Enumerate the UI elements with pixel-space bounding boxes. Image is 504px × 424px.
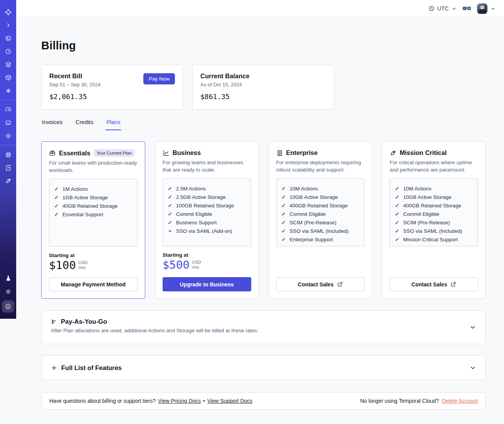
- svg-text:$: $: [7, 305, 9, 308]
- upgrade-business-button[interactable]: Upgrade to Business: [163, 277, 251, 291]
- recent-bill-card: Recent Bill Sep 01 – Sep 30, 2024 $2,061…: [41, 65, 183, 110]
- chevron-down-icon: [452, 6, 457, 11]
- plan-price: $500: [163, 259, 190, 271]
- tab-invoices[interactable]: Invoices: [41, 119, 63, 130]
- payg-title: Pay-As-You-Go: [61, 318, 107, 325]
- check-icon: ✓: [54, 202, 59, 210]
- layers-icon[interactable]: [3, 59, 13, 69]
- check-icon: ✓: [281, 185, 286, 193]
- check-icon: ✓: [54, 185, 59, 193]
- chevron-right-icon[interactable]: [3, 20, 13, 30]
- asterisk-icon[interactable]: [3, 86, 13, 96]
- plan-feature: ✓2.5GB Active Storage: [168, 193, 246, 202]
- plan-name: Enterprise: [286, 149, 318, 156]
- timezone-selector[interactable]: UTC: [428, 5, 457, 12]
- sidebar-divider: [0, 145, 16, 145]
- check-icon: ✓: [168, 185, 173, 193]
- current-balance-amount: $861.35: [200, 93, 326, 101]
- billing-coin-icon[interactable]: $: [2, 300, 14, 313]
- avatar: [477, 3, 487, 14]
- plan-feature: ✓SCIM (Pre-Release): [281, 219, 360, 227]
- check-icon: ✓: [395, 227, 400, 236]
- sidebar: $: [0, 0, 16, 319]
- plan-feature: ✓1GB Active Storage: [54, 193, 133, 202]
- payg-accordion[interactable]: Pay-As-You-Go After Plan allocations are…: [41, 310, 486, 344]
- check-icon: ✓: [281, 210, 286, 219]
- chevron-down-icon[interactable]: [469, 324, 476, 331]
- billing-tabs: Invoices Credits Plans: [41, 119, 486, 130]
- plan-feature: ✓100GB Retained Storage: [168, 202, 246, 210]
- footer-note: Have questions about billing or support …: [41, 392, 486, 410]
- plan-card-essentials: Essentials Your Current Plan For small t…: [41, 141, 145, 299]
- external-link-icon: [337, 281, 343, 287]
- support-docs-link[interactable]: View Support Docs: [207, 398, 252, 404]
- plan-feature: ✓1M Actions: [54, 185, 133, 193]
- plan-feature-box: ✓1M Actions ✓1GB Active Storage ✓40GB Re…: [49, 179, 138, 247]
- plan-feature: ✓Commit Eligible: [395, 210, 473, 219]
- rocket-icon[interactable]: [3, 176, 13, 186]
- plan-description: For growing teams and businesses that ar…: [163, 159, 251, 174]
- current-plan-badge: Your Current Plan: [94, 149, 135, 157]
- full-features-accordion[interactable]: Full List of Features: [41, 355, 486, 380]
- check-icon: ✓: [54, 193, 59, 202]
- contact-sales-button[interactable]: Contact Sales: [276, 277, 365, 291]
- theme-sun-icon[interactable]: [3, 286, 13, 296]
- page-title: Billing: [41, 39, 486, 52]
- check-icon: ✓: [395, 193, 400, 202]
- settings-gear-icon[interactable]: [3, 131, 13, 141]
- plan-description: For small teams with production-ready wo…: [49, 159, 138, 174]
- tab-plans[interactable]: Plans: [106, 119, 121, 130]
- price-per: /mo: [192, 265, 201, 270]
- plus-icon: [51, 365, 57, 371]
- docs-book-icon[interactable]: [3, 163, 13, 173]
- user-menu[interactable]: [477, 3, 496, 14]
- plan-feature: ✓400GB Retained Storage: [395, 202, 473, 210]
- check-icon: ✓: [54, 210, 59, 219]
- check-icon: ✓: [168, 202, 173, 210]
- plan-feature: ✓2.5M Actions: [168, 185, 246, 193]
- temporal-logo[interactable]: [3, 7, 13, 17]
- tab-credits[interactable]: Credits: [75, 119, 94, 130]
- dev-glasses-icon[interactable]: [463, 6, 471, 11]
- billing-card-icon[interactable]: [3, 118, 13, 128]
- namespaces-icon[interactable]: [3, 33, 13, 43]
- chevron-down-icon[interactable]: [469, 364, 476, 371]
- bullet-separator: •: [203, 398, 205, 404]
- delete-account-link[interactable]: Delete Account: [442, 398, 478, 404]
- plan-price: $100: [49, 259, 76, 271]
- main-content: Billing Recent Bill Sep 01 – Sep 30, 202…: [16, 17, 504, 424]
- pricing-docs-link[interactable]: View Pricing Docs: [158, 398, 201, 404]
- plan-feature: +SSO via SAML (Add-on): [168, 227, 246, 236]
- plus-icon: +: [168, 227, 173, 236]
- plan-feature: ✓SCIM (Pre-Release): [395, 219, 473, 227]
- briefcase-icon: [49, 150, 56, 156]
- plan-feature: ✓Enterprise Support: [281, 236, 360, 244]
- timezone-label: UTC: [437, 5, 449, 12]
- building-icon: [276, 150, 283, 156]
- rocket-icon: [390, 150, 396, 156]
- manage-payment-button[interactable]: Manage Payment Method: [49, 277, 138, 291]
- current-balance-asof: As of Oct 15, 2024: [200, 82, 326, 87]
- plan-name: Mission Critical: [400, 149, 447, 156]
- schedules-clock-icon[interactable]: [3, 46, 13, 56]
- plan-card-enterprise: Enterprise For enterprise deployments re…: [269, 141, 373, 299]
- plan-feature: ✓10M Actions: [395, 185, 473, 193]
- usage-gauge-icon[interactable]: [3, 104, 13, 114]
- cube-icon[interactable]: [3, 72, 13, 82]
- pay-now-button[interactable]: Pay Now: [143, 73, 175, 84]
- check-icon: ✓: [281, 202, 286, 210]
- lab-flask-icon[interactable]: [3, 273, 13, 283]
- price-currency: USD: [79, 260, 87, 265]
- support-wheel-icon[interactable]: [3, 150, 13, 160]
- external-link-icon: [450, 281, 456, 287]
- contact-sales-button[interactable]: Contact Sales: [390, 277, 478, 291]
- plan-feature: ✓Essential Support: [54, 210, 133, 219]
- check-icon: ✓: [395, 202, 400, 210]
- plan-card-business: Business For growing teams and businesse…: [155, 141, 259, 299]
- sidebar-divider: [0, 100, 16, 100]
- check-icon: ✓: [395, 236, 400, 244]
- footer-delete-prompt: No longer using Temporal Cloud?: [360, 398, 439, 404]
- plan-feature: ✓10M Actions: [281, 185, 360, 193]
- plan-feature: ✓10GB Active Storage: [395, 193, 473, 202]
- current-balance-title: Current Balance: [200, 72, 326, 80]
